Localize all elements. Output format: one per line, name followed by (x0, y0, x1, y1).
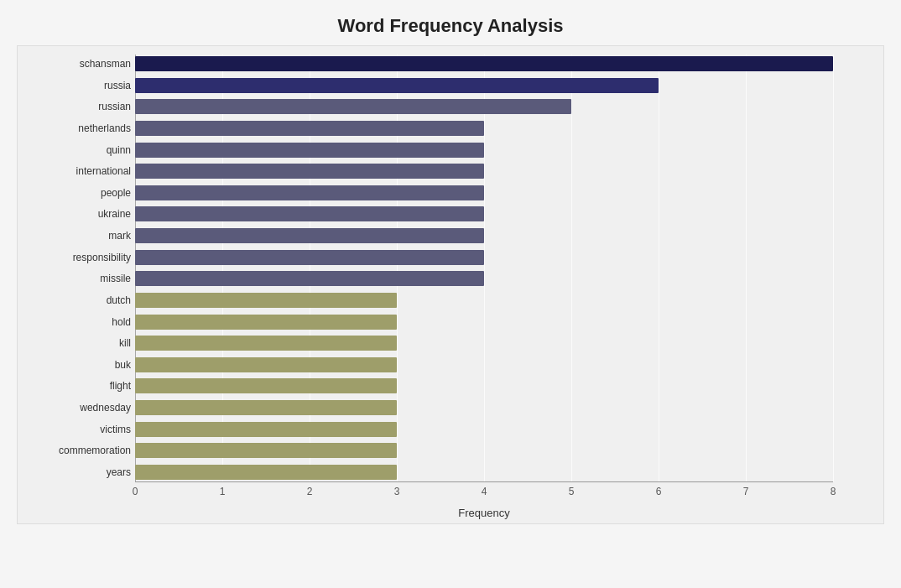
x-axis-label: Frequency (458, 507, 509, 519)
grid-line (833, 55, 834, 481)
bar-row: wednesday (135, 398, 833, 417)
bar (135, 250, 484, 265)
bar-label: russia (22, 80, 131, 91)
bar-label: buk (22, 359, 131, 371)
bar (135, 465, 397, 480)
x-tick-label: 8 (831, 486, 836, 497)
bar-label: quinn (22, 144, 131, 156)
bar (135, 185, 484, 200)
bar (135, 271, 484, 286)
bar (135, 164, 484, 179)
x-tick-label: 0 (133, 486, 138, 497)
bar-label: victims (22, 424, 131, 435)
bar-label: hold (22, 316, 131, 328)
x-axis-line (135, 481, 833, 482)
bar (135, 228, 484, 243)
x-tick-label: 6 (656, 486, 662, 497)
bar (135, 78, 659, 93)
bar-row: quinn (135, 141, 833, 159)
bar-row: netherlands (135, 119, 833, 138)
bar-label: mark (22, 230, 131, 242)
bar (135, 143, 484, 158)
bar-label: flight (22, 380, 131, 392)
bar-label: netherlands (22, 122, 131, 134)
bar-row: dutch (135, 291, 833, 310)
bar (135, 378, 397, 393)
bar-row: international (135, 162, 833, 180)
bar-row: kill (135, 334, 833, 352)
bar (135, 357, 397, 372)
bar (135, 336, 397, 351)
x-tick-label: 3 (394, 486, 400, 497)
bar-label: ukraine (22, 208, 131, 220)
bar (135, 293, 397, 308)
chart-container: Word Frequency Analysis schansmanrussiar… (0, 0, 901, 588)
bar-label: schansman (22, 58, 131, 70)
bar (135, 315, 397, 330)
x-tick-label: 2 (307, 486, 313, 497)
bar (135, 121, 484, 136)
bar-label: wednesday (22, 402, 131, 414)
bar (135, 443, 397, 458)
bar-label: responsibility (22, 252, 131, 263)
bar-row: russia (135, 76, 833, 95)
x-tick-label: 4 (482, 486, 487, 497)
bar-label: missile (22, 273, 131, 284)
x-tick-label: 1 (220, 486, 226, 497)
bar-row: years (135, 463, 833, 481)
bar-row: missile (135, 269, 833, 288)
bars-wrapper: schansmanrussiarussiannetherlandsquinnin… (135, 55, 833, 481)
bar (135, 400, 397, 415)
bar-row: hold (135, 313, 833, 331)
bar-label: years (22, 466, 131, 478)
bar (135, 56, 833, 71)
bar-label: international (22, 165, 131, 177)
bar (135, 422, 397, 437)
bar-row: people (135, 184, 833, 202)
chart-area: schansmanrussiarussiannetherlandsquinnin… (17, 45, 884, 524)
bar-row: responsibility (135, 248, 833, 267)
bar (135, 99, 571, 114)
x-tick-label: 5 (569, 486, 575, 497)
bar-label: commemoration (22, 445, 131, 456)
chart-title: Word Frequency Analysis (17, 8, 884, 37)
bar-row: russian (135, 97, 833, 116)
bar-row: ukraine (135, 205, 833, 223)
bar-row: commemoration (135, 441, 833, 460)
bar-label: kill (22, 337, 131, 349)
x-axis: 012345678 Frequency (135, 481, 833, 523)
bar-label: people (22, 187, 131, 199)
bar-row: flight (135, 377, 833, 395)
bar (135, 206, 484, 221)
bar-row: mark (135, 226, 833, 245)
bar-row: buk (135, 356, 833, 374)
bar-row: victims (135, 420, 833, 439)
bar-label: russian (22, 101, 131, 112)
bar-label: dutch (22, 294, 131, 306)
x-tick-label: 7 (743, 486, 749, 497)
bar-row: schansman (135, 55, 833, 73)
